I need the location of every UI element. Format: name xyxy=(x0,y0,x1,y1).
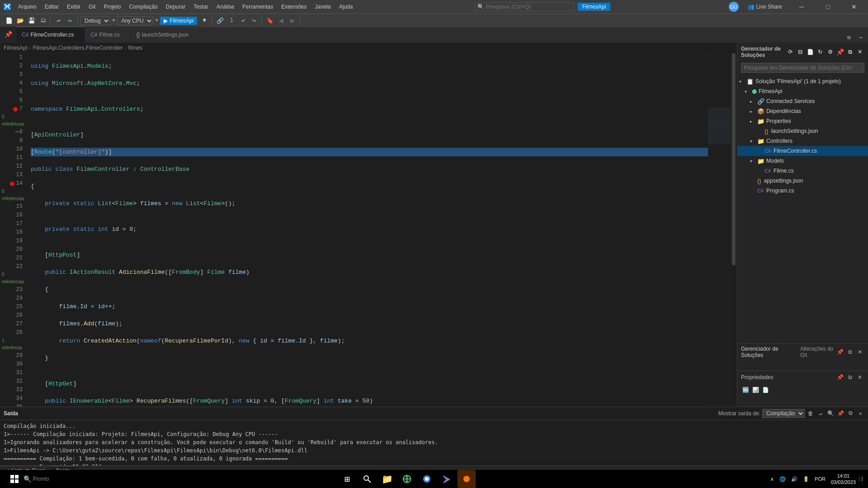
tree-project[interactable]: ▾ ⬢ FilmesApi xyxy=(737,86,868,96)
redo-btn[interactable]: ↪ xyxy=(65,16,75,26)
vertical-scrollbar[interactable] xyxy=(731,53,737,407)
new-file-btn[interactable]: 📄 xyxy=(4,16,14,26)
props-pin[interactable]: 📌 xyxy=(835,373,844,382)
editor-content[interactable]: 1 2 3 4 5 6 7 0 referências →8 9 10 11 1… xyxy=(0,53,737,407)
step-out-btn[interactable]: ⤷ xyxy=(249,16,259,26)
controllers-folder-icon: 📁 xyxy=(757,138,764,145)
tab-filme[interactable]: C# Filme.cs ✕ xyxy=(85,27,131,42)
live-share-button[interactable]: 👥 Live Share xyxy=(744,4,786,10)
account-avatar[interactable]: GU xyxy=(729,2,739,12)
se-pin-btn[interactable]: 📌 xyxy=(835,47,844,56)
menu-projeto[interactable]: Projeto xyxy=(100,3,124,11)
taskbar-app-vs[interactable] xyxy=(438,470,456,488)
tree-models[interactable]: ▾ 📁 Models xyxy=(737,156,868,166)
nav-fwd-btn[interactable]: ▷ xyxy=(287,16,298,26)
tree-appsettings[interactable]: ▸ {} appsettings.json xyxy=(737,176,868,186)
tab-launchsettings[interactable]: {} launchSettings.json ✕ xyxy=(131,27,200,42)
menu-ferramentas[interactable]: Ferramentas xyxy=(239,3,277,11)
menu-testar[interactable]: Testar xyxy=(190,3,212,11)
cpu-select[interactable]: Any CPU xyxy=(117,16,153,25)
se-bottom-float[interactable]: ⧉ xyxy=(845,347,854,357)
output-find-btn[interactable]: 🔍 xyxy=(826,409,835,418)
show-desktop-btn[interactable]: | xyxy=(859,477,864,482)
props-sort-category[interactable]: 📊 xyxy=(751,385,760,394)
se-showfiles-btn[interactable]: 📄 xyxy=(806,47,815,56)
se-bottom-close[interactable]: ✕ xyxy=(855,347,864,357)
attach-btn[interactable]: 🔗 xyxy=(215,16,226,26)
open-file-btn[interactable]: 📂 xyxy=(15,16,26,26)
maximize-button[interactable]: □ xyxy=(817,0,838,14)
taskbar-app-orange[interactable] xyxy=(458,470,476,488)
tray-battery[interactable]: 🔋 xyxy=(801,476,811,482)
props-sort-alpha[interactable]: 🔤 xyxy=(741,385,750,394)
props-float[interactable]: ⧉ xyxy=(845,373,854,382)
tree-connected-services[interactable]: ▸ 🔗 Connected Services xyxy=(737,96,868,106)
se-bottom-pin[interactable]: 📌 xyxy=(835,347,844,357)
menu-extensoes[interactable]: Extensões xyxy=(278,3,310,11)
tray-volume[interactable]: 🔊 xyxy=(789,476,799,482)
menu-exibir[interactable]: Exibir xyxy=(63,3,84,11)
se-collapse-btn[interactable]: ⊟ xyxy=(796,47,805,56)
taskbar-app-chrome[interactable] xyxy=(418,470,436,488)
undo-btn[interactable]: ↩ xyxy=(53,16,64,26)
debug-config-select[interactable]: Debug xyxy=(80,16,110,25)
run-dropdown-btn[interactable]: ▼ xyxy=(199,16,210,26)
close-button[interactable]: ✕ xyxy=(844,0,864,14)
menu-git[interactable]: Git xyxy=(85,3,99,11)
se-tab-gerenciador[interactable]: Gerenciador de Soluções xyxy=(741,346,793,358)
tray-lang[interactable]: POR xyxy=(813,476,827,482)
save-btn[interactable]: 💾 xyxy=(26,16,37,26)
output-pin-btn[interactable]: 📌 xyxy=(836,409,844,418)
tree-program[interactable]: ▸ C# Program.cs xyxy=(737,186,868,196)
output-close-btn[interactable]: ✕ xyxy=(856,409,864,418)
code-editor[interactable]: using FilmesApi.Models; using Microsoft.… xyxy=(25,53,708,407)
se-properties-btn[interactable]: ⚙ xyxy=(826,47,835,56)
taskview-btn[interactable]: ⊞ xyxy=(338,470,356,488)
tree-controllers[interactable]: ▾ 📁 Controllers xyxy=(737,136,868,146)
split-editor-btn[interactable]: ⊟ xyxy=(844,33,854,42)
tree-properties-folder[interactable]: ▸ 📁 Properties xyxy=(737,116,868,126)
minimize-button[interactable]: ─ xyxy=(791,0,812,14)
tree-solution[interactable]: ▾ 📋 Solução 'FilmesApi' (1 de 1 projeto) xyxy=(737,76,868,86)
se-sync-btn[interactable]: ⟳ xyxy=(786,47,795,56)
tray-chevron[interactable]: ∧ xyxy=(769,476,776,482)
taskbar-app-filebox[interactable]: 📁 xyxy=(378,470,396,488)
menu-depurar[interactable]: Depurar xyxy=(162,3,189,11)
tray-network[interactable]: 🌐 xyxy=(778,476,788,482)
se-float-btn[interactable]: ⧉ xyxy=(845,47,854,56)
menu-analise[interactable]: Análise xyxy=(213,3,238,11)
taskbar-app-browser[interactable] xyxy=(398,470,416,488)
system-clock[interactable]: 14:01 03/03/2023 xyxy=(831,473,856,485)
step-over-btn[interactable]: ⤵ xyxy=(226,16,237,26)
tree-filmecontroller[interactable]: ▸ C# FilmeController.cs xyxy=(737,146,868,156)
menu-janela[interactable]: Janela xyxy=(311,3,334,11)
menu-editar[interactable]: Editar xyxy=(41,3,62,11)
props-close[interactable]: ✕ xyxy=(855,373,864,382)
menu-compilacao[interactable]: Compilação xyxy=(125,3,161,11)
nav-back-btn[interactable]: ◁ xyxy=(276,16,287,26)
tab-filmecontroller[interactable]: C# FilmeController.cs ✕ xyxy=(16,27,85,42)
tree-dependencies[interactable]: ▸ 📦 Dependências xyxy=(737,106,868,116)
step-into-btn[interactable]: ⤶ xyxy=(237,16,248,26)
se-close-btn[interactable]: ✕ xyxy=(855,47,864,56)
menu-ajuda[interactable]: Ajuda xyxy=(335,3,357,11)
se-refresh-btn[interactable]: ↻ xyxy=(816,47,825,56)
output-float-btn[interactable]: ⧉ xyxy=(846,409,854,418)
props-pages[interactable]: 📄 xyxy=(761,385,770,394)
tree-launchsettings[interactable]: ▸ {} launchSettings.json xyxy=(737,126,868,136)
global-search-input[interactable] xyxy=(475,2,574,11)
output-source-select[interactable]: Compilação xyxy=(762,409,805,418)
se-tab-git[interactable]: Alterações do Git xyxy=(800,346,835,358)
output-wrap-btn[interactable]: ↵ xyxy=(816,409,825,418)
search-taskbar-btn[interactable]: 🔍 Pronto xyxy=(27,470,45,488)
more-tabs-btn[interactable]: ⋯ xyxy=(855,33,866,42)
run-button[interactable]: ▶ FilmesApi xyxy=(160,17,197,25)
start-button[interactable] xyxy=(4,470,25,488)
se-search-input[interactable] xyxy=(741,63,864,73)
output-clear-btn[interactable]: 🗑 xyxy=(807,409,815,418)
search-center-btn[interactable] xyxy=(358,470,376,488)
bookmark-btn[interactable]: 🔖 xyxy=(264,16,275,26)
menu-arquivo[interactable]: Arquivo xyxy=(14,3,40,11)
save-all-btn[interactable]: 🗂 xyxy=(38,16,48,26)
tree-filme[interactable]: ▸ C# Filme.cs xyxy=(737,166,868,176)
